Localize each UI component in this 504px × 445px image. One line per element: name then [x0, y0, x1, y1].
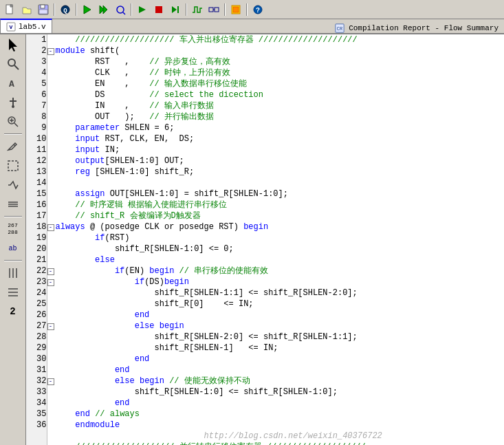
table-row: 11 input IN; [26, 144, 504, 155]
svg-rect-21 [233, 7, 239, 12]
table-row: 15 assign OUT[SHLEN-1:0] = shift_R[SHLEN… [26, 188, 504, 199]
sim-stop-btn[interactable] [151, 2, 166, 17]
compile-btn[interactable] [80, 2, 95, 17]
code-line-content: //////////////////// 并行转串行移位寄存器 ////////… [56, 442, 504, 445]
sidebar-cursor-btn[interactable] [3, 36, 23, 54]
svg-line-30 [14, 65, 19, 69]
new-file-btn[interactable] [3, 2, 18, 17]
code-line-content: if(RST) [56, 232, 504, 243]
line-number: 3 [26, 56, 47, 67]
sidebar-wire-btn[interactable] [3, 176, 23, 194]
collapse-marker-col [47, 177, 56, 188]
collapse-marker[interactable]: - [47, 378, 54, 385]
sep3 [131, 3, 132, 16]
collapse-marker[interactable]: - [47, 279, 54, 286]
table-row: 10 input RST, CLK, EN, DS; [26, 133, 504, 144]
table-row: 16 // 时序逻辑 根据输入使能进行串行移位 [26, 199, 504, 210]
sidebar-edit-btn[interactable] [3, 138, 23, 155]
open-file-btn[interactable] [19, 2, 34, 17]
sidebar-search-btn[interactable] [3, 55, 23, 73]
code-line-content: output[SHLEN-1:0] OUT; [56, 155, 504, 166]
sim-run-btn[interactable] [135, 2, 150, 17]
collapse-marker-col [47, 111, 56, 122]
collapse-marker[interactable]: - [47, 323, 54, 330]
svg-rect-16 [177, 6, 179, 13]
help-btn[interactable]: ? [250, 2, 265, 17]
collapse-marker-col[interactable]: - [47, 321, 56, 332]
collapse-marker[interactable]: - [47, 224, 54, 231]
wave-btn[interactable] [190, 2, 205, 17]
svg-rect-14 [155, 6, 162, 13]
table-row: 12 output[SHLEN-1:0] OUT; [26, 155, 504, 166]
svg-marker-13 [139, 6, 146, 13]
save-file-btn[interactable] [36, 2, 51, 17]
analyze-btn[interactable] [113, 2, 128, 17]
line-number: 35 [26, 409, 47, 420]
line-number: 7 [26, 100, 47, 111]
svg-rect-5 [39, 10, 47, 14]
collapse-marker-col[interactable]: - [47, 265, 56, 276]
code-line-content: if(EN) begin // 串行移位的使能有效 [56, 265, 504, 276]
collapse-marker-col[interactable]: - [47, 221, 56, 232]
line-number: 28 [26, 332, 47, 343]
svg-line-12 [123, 12, 125, 14]
code-editor[interactable]: 1 //////////////////// 车入并出移位寄存器 ///////… [26, 34, 504, 445]
sep2 [76, 3, 77, 16]
code-line-content: endmodule [56, 420, 504, 431]
svg-marker-28 [9, 39, 17, 52]
table-row: 13 reg [SHLEN-1:0] shift_R; [26, 166, 504, 177]
sim-step-btn[interactable] [168, 2, 183, 17]
table-row: 2-module shift( [26, 45, 504, 56]
compile-all-btn[interactable] [96, 2, 111, 17]
sidebar-vert-btn[interactable] [3, 264, 23, 282]
collapse-marker-col [47, 354, 56, 365]
svg-point-11 [117, 6, 124, 13]
quartus-logo-btn[interactable]: Q [58, 2, 73, 17]
line-number: 8 [26, 111, 47, 122]
sidebar-horiz-btn[interactable] [3, 283, 23, 301]
table-row: 17 // shift_R 会被编译为D触发器 [26, 210, 504, 221]
line-number: 5 [26, 78, 47, 89]
collapse-marker-col [47, 310, 56, 321]
sidebar-ab-btn[interactable]: ab [3, 239, 23, 257]
sidebar-select-btn[interactable] [3, 157, 23, 175]
line-number: 26 [26, 310, 47, 321]
collapse-marker-col [47, 287, 56, 299]
svg-text:V: V [10, 24, 13, 30]
table-row: 19 if(RST) [26, 232, 504, 243]
chip-viewer-btn[interactable] [228, 2, 243, 17]
code-line-content: EN , // 输入数据串行移位使能 [56, 78, 504, 89]
code-line-content: shift_R[SHLEN-1] <= IN; [56, 343, 504, 354]
svg-line-39 [14, 144, 15, 146]
code-line-content: end [56, 365, 504, 376]
sidebar-pin-btn[interactable] [3, 94, 23, 111]
collapse-marker-col[interactable]: - [47, 45, 56, 56]
svg-marker-8 [84, 6, 91, 14]
table-row: 27- else begin [26, 321, 504, 332]
rtl-btn[interactable] [206, 2, 221, 17]
sidebar-bus-btn[interactable] [3, 195, 23, 213]
line-number: 36 [26, 420, 47, 431]
svg-line-36 [14, 123, 18, 127]
sep1 [54, 3, 55, 16]
collapse-marker-col [47, 199, 56, 210]
collapse-marker[interactable]: - [47, 48, 54, 55]
tab-lab5v[interactable]: V lab5.v [0, 19, 52, 33]
collapse-marker-col [47, 343, 56, 354]
collapse-marker-col [47, 210, 56, 221]
sidebar-text-btn[interactable]: A [3, 74, 23, 92]
code-line-content: shift_R[0] <= IN; [56, 299, 504, 310]
collapse-marker-col [47, 100, 56, 111]
svg-text:?: ? [256, 7, 260, 14]
line-number: 12 [26, 155, 47, 166]
line-number: 21 [26, 254, 47, 265]
code-line-content: RST , // 异步复位，高有效 [56, 56, 504, 67]
collapse-marker-col[interactable]: - [47, 276, 56, 287]
sidebar-2-btn[interactable]: 2 [3, 303, 23, 321]
table-row: 26 end [26, 310, 504, 321]
code-line-content [56, 177, 504, 188]
line-number: 31 [26, 365, 47, 376]
collapse-marker-col[interactable]: - [47, 376, 56, 387]
sidebar-zoom-btn[interactable] [3, 113, 23, 131]
collapse-marker[interactable]: - [47, 268, 54, 275]
